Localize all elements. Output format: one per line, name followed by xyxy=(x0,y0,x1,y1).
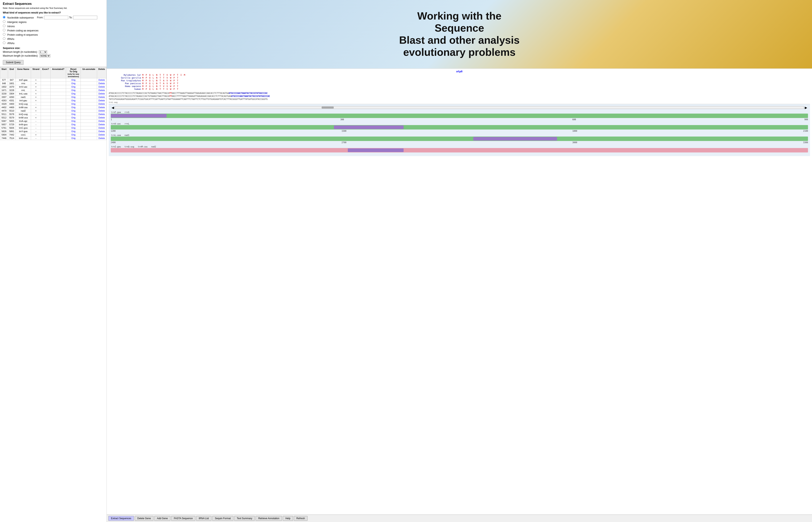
toolbar-btn-text-summary[interactable]: Text Summary xyxy=(234,516,255,521)
cell-delete[interactable]: Delete xyxy=(97,126,106,130)
cell-gene: cox1 xyxy=(16,133,31,137)
left-panel: Extract Sequences Note: these sequences … xyxy=(0,0,107,522)
cell-strand: + xyxy=(31,99,41,102)
scroll-right-icon[interactable]: ▶ xyxy=(804,106,808,109)
cell-end: 4400 xyxy=(8,102,16,106)
scroll-left-icon[interactable]: ◀ xyxy=(111,106,115,109)
from-input[interactable] xyxy=(44,16,68,19)
cell-delete[interactable]: Delete xyxy=(97,96,106,99)
toolbar-btn-help[interactable]: Help xyxy=(283,516,293,521)
min-length-select[interactable]: 1 10 100 xyxy=(39,51,47,54)
cell-orig[interactable]: Orig xyxy=(66,102,81,106)
cell-delete[interactable]: Delete xyxy=(97,116,106,119)
intergenic-radio[interactable] xyxy=(3,20,5,23)
toolbar-btn-delete-gene[interactable]: Delete Gene xyxy=(135,516,154,521)
cell-delete[interactable]: Delete xyxy=(97,78,106,82)
cell-unannotate xyxy=(81,109,97,113)
cell-unannotate xyxy=(81,85,97,88)
nucleotide-radio[interactable] xyxy=(3,16,5,19)
nucleotide-radio-label[interactable]: Nucleotide subsequence xyxy=(3,16,34,19)
cell-start: 3230 xyxy=(0,92,8,96)
max-length-select[interactable]: NONE 100 1000 xyxy=(39,54,50,57)
cell-strand: + xyxy=(31,106,41,109)
cell-end: 5578 xyxy=(8,113,16,116)
cell-orig[interactable]: Orig xyxy=(66,133,81,137)
cell-orig[interactable]: Orig xyxy=(66,96,81,99)
toolbar-btn-trna-list[interactable]: tRNA List xyxy=(196,516,211,521)
cell-delete[interactable]: Delete xyxy=(97,82,106,85)
cell-delete[interactable]: Delete xyxy=(97,106,106,109)
submit-query-button[interactable]: Submit Query xyxy=(3,60,24,65)
delete-link: Delete xyxy=(99,123,105,126)
cell-orig[interactable]: Orig xyxy=(66,82,81,85)
cell-exon xyxy=(41,119,50,123)
cell-delete[interactable]: Delete xyxy=(97,102,106,106)
introns-label: Introns xyxy=(7,25,15,28)
cell-delete[interactable]: Delete xyxy=(97,109,106,113)
toolbar-btn-sequin-format[interactable]: Sequin Format xyxy=(212,516,234,521)
rrnas-radio[interactable] xyxy=(3,41,5,44)
cell-orig[interactable]: Orig xyxy=(66,109,81,113)
horizontal-scrollbar[interactable] xyxy=(115,106,804,109)
cell-orig[interactable]: Orig xyxy=(66,126,81,130)
toolbar-btn-extract-sequences[interactable]: Extract Sequences xyxy=(108,516,134,521)
toolbar-btn-retrieve-annotation[interactable]: Retrieve Annotation xyxy=(256,516,282,521)
table-row: 5826 5891 trnY-gua - Orig Delete xyxy=(0,130,106,133)
cell-unannotate xyxy=(81,82,97,85)
species-seq: M P Q L N T T V W P T I M xyxy=(142,74,186,76)
cell-delete[interactable]: Delete xyxy=(97,123,106,126)
cell-end: 1601 xyxy=(8,82,16,85)
cell-delete[interactable]: Delete xyxy=(97,130,106,133)
cell-delete[interactable]: Delete xyxy=(97,85,106,88)
atp8-title: atp8 xyxy=(109,70,810,73)
cell-start: 5587 xyxy=(0,119,8,123)
cell-gene: trnK-uuu xyxy=(16,137,31,140)
introns-radio[interactable] xyxy=(3,24,5,27)
trnas-radio[interactable] xyxy=(3,37,5,40)
cell-unannotate xyxy=(81,123,97,126)
cell-delete[interactable]: Delete xyxy=(97,92,106,96)
delete-link: Delete xyxy=(99,120,105,122)
cell-orig[interactable]: Orig xyxy=(66,113,81,116)
cell-orig[interactable]: Orig xyxy=(66,92,81,96)
cell-strand: - xyxy=(31,123,41,126)
cell-orig[interactable]: Orig xyxy=(66,137,81,140)
protein-nt-radio[interactable] xyxy=(3,33,5,36)
cell-orig[interactable]: Orig xyxy=(66,88,81,92)
cell-delete[interactable]: Delete xyxy=(97,133,106,137)
toolbar-btn-add-gene[interactable]: Add Gene xyxy=(154,516,170,521)
track3-label: trnL-uaa nad1 xyxy=(111,134,808,136)
protein-aa-radio[interactable] xyxy=(3,29,5,32)
table-row: 7446 7514 trnK-uuu - Orig Delete xyxy=(0,137,106,140)
cell-gene: trnM-cau xyxy=(16,106,31,109)
cell-delete[interactable]: Delete xyxy=(97,137,106,140)
cell-orig[interactable]: Orig xyxy=(66,130,81,133)
cell-gene: trnQ-uug xyxy=(16,102,31,106)
cell-gene: rrns xyxy=(16,82,31,85)
cell-delete[interactable]: Delete xyxy=(97,113,106,116)
cell-orig[interactable]: Orig xyxy=(66,78,81,82)
trnas-row: tRNAs xyxy=(3,37,104,40)
cell-unannotate xyxy=(81,130,97,133)
to-input[interactable] xyxy=(73,16,97,19)
orig-link: Orig xyxy=(71,134,76,136)
alignment-row: Homo sapiensM P Q L N T V V W P T xyxy=(109,85,810,87)
cell-orig[interactable]: Orig xyxy=(66,85,81,88)
cell-orig[interactable]: Orig xyxy=(66,116,81,119)
cell-delete[interactable]: Delete xyxy=(97,88,106,92)
cell-orig[interactable]: Orig xyxy=(66,106,81,109)
cell-delete[interactable]: Delete xyxy=(97,119,106,123)
cell-delete[interactable]: Delete xyxy=(97,99,106,102)
table-row: 5657 5729 trnN-guu - Orig Delete xyxy=(0,123,106,126)
gene-table: Start End Gene Name Strand Exon? Annotat… xyxy=(0,67,106,140)
cell-orig[interactable]: Orig xyxy=(66,99,81,102)
cell-unannotate xyxy=(81,133,97,137)
cell-orig[interactable]: Orig xyxy=(66,123,81,126)
toolbar-btn-refresh[interactable]: Refresh xyxy=(294,516,307,521)
toolbar-btn-fasta-sequence[interactable]: FASTA Sequence xyxy=(171,516,195,521)
orig-link: Orig xyxy=(71,127,76,129)
cell-unannotate xyxy=(81,106,97,109)
cell-orig[interactable]: Orig xyxy=(66,119,81,123)
delete-link: Delete xyxy=(99,116,105,119)
cell-annotated xyxy=(50,82,66,85)
